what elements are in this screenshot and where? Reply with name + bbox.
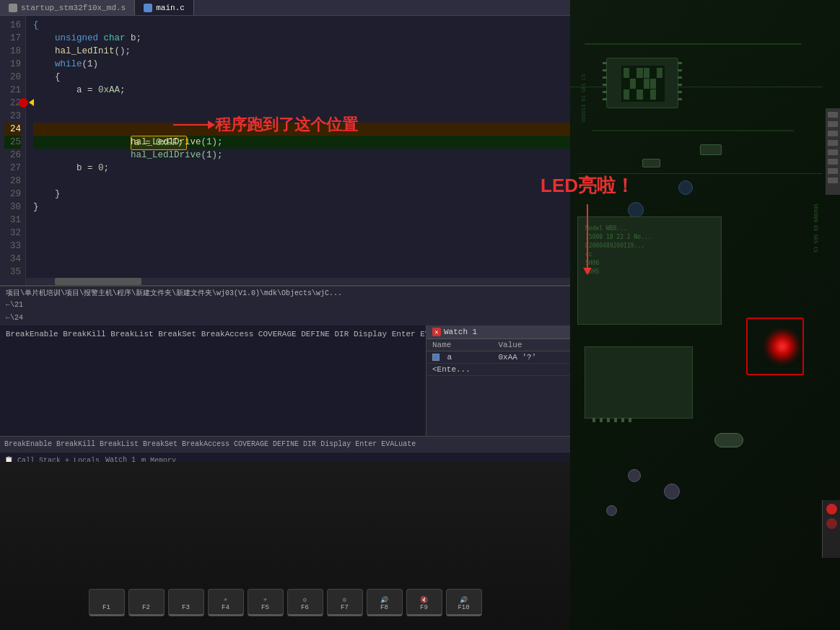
code-line-29: } xyxy=(33,188,570,201)
watch-panel: ✕ Watch 1 Name Value a 0xAA '?' <Ente... xyxy=(426,325,570,436)
toolbar-item-9[interactable]: Display xyxy=(320,440,351,448)
tab-main-label: main.c xyxy=(156,4,185,12)
watch-col-name: Name xyxy=(432,341,499,349)
key-f7[interactable]: ⚙ F7 xyxy=(327,589,363,616)
key-f1[interactable]: F1 xyxy=(89,589,125,616)
watch-title: Watch 1 xyxy=(444,328,477,336)
code-line-33 xyxy=(33,240,570,253)
code-line-28 xyxy=(33,175,570,188)
resistor-2 xyxy=(642,159,660,167)
line-numbers: 16 17 18 19 20 21 22 23 24 25 26 27 28 2… xyxy=(0,16,26,285)
code-editor: startup_stm32f10x_md.s main.c 16 17 18 1… xyxy=(0,0,570,285)
command-area: BreakEnable BreakKill BreakList BreakSet… xyxy=(0,325,570,436)
key-f5[interactable]: ☀ F5 xyxy=(248,589,284,616)
code-line-18: hal_LedInit(); xyxy=(33,45,570,58)
toolbar-item-8[interactable]: DIR xyxy=(303,440,316,448)
code-line-30: } xyxy=(33,201,570,214)
code-line-32 xyxy=(33,227,570,240)
watch-checkbox-a[interactable] xyxy=(432,354,439,361)
code-content: 16 17 18 19 20 21 22 23 24 25 26 27 28 2… xyxy=(0,16,570,285)
capacitor-1 xyxy=(678,180,693,195)
key-f3[interactable]: F3 xyxy=(168,589,204,616)
pcb-label-2: VDVO09 01 GES CS xyxy=(813,204,818,253)
toolbar-item-6[interactable]: COVERAGE xyxy=(234,440,268,448)
code-line-16: { xyxy=(33,19,570,32)
watch-row-a: a 0xAA '?' xyxy=(426,351,570,364)
toolbar-item-3[interactable]: BreakList xyxy=(100,440,139,448)
path-bar-1: 项目\单片机培训\项目\报警主机\程序\新建文件夹\新建文件夹\wj03(V1.… xyxy=(0,286,570,299)
tab-bar: startup_stm32f10x_md.s main.c xyxy=(0,0,570,16)
watch-row-enter: <Ente... xyxy=(426,364,570,376)
code-line-17: unsigned char b; xyxy=(33,32,570,45)
key-f2[interactable]: F2 xyxy=(128,589,165,616)
code-line-27: b = 0; xyxy=(33,162,570,175)
pcb-board: Model WB8... 15000 18 22 2 No... D200048… xyxy=(570,0,840,630)
file-icon-active xyxy=(144,4,152,12)
tab-main[interactable]: main.c xyxy=(135,0,194,15)
watch-cell-name-a: a xyxy=(432,353,499,362)
watch-col-value: Value xyxy=(499,341,565,349)
key-f9[interactable]: 🔇 F9 xyxy=(406,589,442,616)
chip-1 xyxy=(606,58,678,108)
connector-1 xyxy=(826,108,840,195)
key-f8[interactable]: 🔊 F8 xyxy=(367,589,403,616)
code-line-20: { xyxy=(33,71,570,84)
pcb-area: Model WB8... 15000 18 22 2 No... D200048… xyxy=(570,0,840,630)
laptop-screen: startup_stm32f10x_md.s main.c 16 17 18 1… xyxy=(0,0,570,462)
tab-startup[interactable]: startup_stm32f10x_md.s xyxy=(0,0,135,15)
toolbar-item-2[interactable]: BreakKill xyxy=(56,440,95,448)
code-line-21: a = 0xAA; xyxy=(33,84,570,97)
resistor-1 xyxy=(700,144,722,155)
keyboard-row-fn: F1 F2 F3 ☀ F4 ☀ F5 ⚙ F6 ⚙ F7 🔊 F8 xyxy=(0,589,570,616)
annotation-area: 程序跑到了这个位置 xyxy=(173,114,358,136)
annotation-arrow-line xyxy=(173,124,209,126)
watch-header: Name Value xyxy=(426,339,570,351)
code-line-31 xyxy=(33,214,570,227)
connector-bottom-right xyxy=(822,500,840,558)
led-annotation-text: LED亮啦！ xyxy=(541,173,634,198)
watch-title-bar: ✕ Watch 1 xyxy=(426,325,570,339)
code-line-19: while(1) xyxy=(33,58,570,71)
command-text-1: BreakEnable BreakKill BreakList BreakSet… xyxy=(6,328,420,340)
toolbar-item-10[interactable]: Enter xyxy=(355,440,377,448)
crystal xyxy=(714,433,743,447)
path-bar-2: ←\21 xyxy=(0,299,570,312)
file-icon xyxy=(9,4,17,12)
bottom-toolbar: BreakEnable BreakKill BreakList BreakSet… xyxy=(0,436,570,452)
led-highlight-box xyxy=(746,318,804,375)
tab-startup-label: startup_stm32f10x_md.s xyxy=(21,4,126,12)
pcb-trace-3 xyxy=(592,130,794,131)
annotation-text: 程序跑到了这个位置 xyxy=(215,114,358,136)
path-bar-3: ←\24 xyxy=(0,312,570,325)
pcb-label-1: VDDO13 01 GES CS xyxy=(581,74,587,123)
code-line-35 xyxy=(33,266,570,279)
key-f4[interactable]: ☀ F4 xyxy=(208,589,244,616)
toolbar-item-11[interactable]: EVALuate xyxy=(381,440,416,448)
cap-lower-2 xyxy=(664,484,680,499)
key-f10[interactable]: 🔊 F10 xyxy=(446,589,482,616)
cap-lower-3 xyxy=(606,505,617,516)
led-annotation-area: LED亮啦！ xyxy=(541,173,634,269)
code-line-22: hal_LedlDrive(1); xyxy=(33,97,570,110)
pcb-trace-1 xyxy=(585,43,801,45)
bottom-panel: 项目\单片机培训\项目\报警主机\程序\新建文件夹\新建文件夹\wj03(V1.… xyxy=(0,285,570,462)
chip-lower xyxy=(585,346,693,419)
keyboard-area: F1 F2 F3 ☀ F4 ☀ F5 ⚙ F6 ⚙ F7 🔊 F8 xyxy=(0,462,570,630)
toolbar-item-4[interactable]: BreakSet xyxy=(143,440,178,448)
key-f6[interactable]: ⚙ F6 xyxy=(287,589,323,616)
toolbar-item-5[interactable]: BreakAccess xyxy=(182,440,229,448)
watch-cell-value-enter xyxy=(499,365,565,374)
led-arrow-down xyxy=(587,204,588,269)
watch-cell-name-enter: <Ente... xyxy=(432,365,499,374)
toolbar-item-7[interactable]: DEFINE xyxy=(273,440,299,448)
watch-close-btn[interactable]: ✕ xyxy=(432,328,441,336)
command-output: BreakEnable BreakKill BreakList BreakSet… xyxy=(0,325,426,436)
toolbar-item-1[interactable]: BreakEnable xyxy=(4,440,52,448)
watch-cell-value-a: 0xAA '?' xyxy=(499,353,565,362)
code-line-34 xyxy=(33,253,570,266)
code-lines: { unsigned char b; hal_LedInit(); while(… xyxy=(26,16,570,285)
cap-lower-1 xyxy=(628,469,641,482)
